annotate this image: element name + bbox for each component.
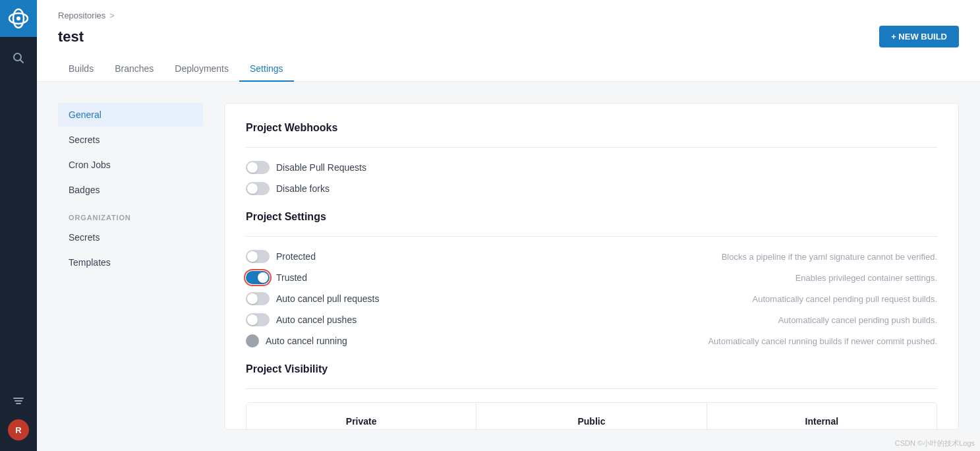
toggle-auto-cancel-pull-inner: Auto cancel pull requests xyxy=(246,292,417,305)
nav-item-org-secrets[interactable]: Secrets xyxy=(58,226,203,249)
toggle-auto-cancel-running-dot xyxy=(246,334,259,347)
new-build-button[interactable]: + NEW BUILD xyxy=(879,26,959,47)
filter-icon xyxy=(13,395,24,407)
nav-item-badges[interactable]: Badges xyxy=(58,178,203,202)
toggle-trusted-inner: Trusted xyxy=(246,271,417,284)
toggle-disable-pull-thumb xyxy=(247,162,258,173)
toggle-protected-row: Protected Blocks a pipeline if the yaml … xyxy=(246,250,937,263)
toggle-auto-cancel-running-desc: Automatically cancel running builds if n… xyxy=(708,336,937,346)
tab-settings[interactable]: Settings xyxy=(239,57,294,82)
toggle-trusted-row: Trusted Enables privileged container set… xyxy=(246,271,937,284)
svg-line-5 xyxy=(20,60,24,63)
toggle-trusted-label: Trusted xyxy=(276,272,307,283)
nav-item-cron-jobs[interactable]: Cron Jobs xyxy=(58,153,203,177)
toggle-protected-desc: Blocks a pipeline if the yaml signature … xyxy=(722,252,937,262)
breadcrumb-repositories-link[interactable]: Repositories xyxy=(58,11,105,20)
toggle-trusted-switch[interactable] xyxy=(246,271,270,284)
toggle-auto-cancel-pushes-row: Auto cancel pushes Automatically cancel … xyxy=(246,313,937,326)
visibility-card-public[interactable]: Public Public repositories are accessibl… xyxy=(476,403,706,430)
tab-builds[interactable]: Builds xyxy=(58,57,104,82)
webhooks-section-title: Project Webhooks xyxy=(246,122,937,134)
visibility-title: Project Visibility xyxy=(246,363,937,375)
main-content: Repositories > test + NEW BUILD Builds B… xyxy=(37,0,980,451)
search-icon xyxy=(13,52,24,64)
search-button[interactable] xyxy=(5,45,32,71)
toggle-trusted-thumb xyxy=(258,272,268,283)
watermark: CSDN ©小叶的技术Logs xyxy=(895,438,975,448)
sidebar-logo[interactable] xyxy=(0,0,37,37)
project-visibility-section: Project Visibility Private Private repos… xyxy=(246,363,937,430)
toggle-disable-forks-track xyxy=(246,182,270,195)
toggle-disable-forks-label: Disable forks xyxy=(276,183,330,194)
tab-deployments[interactable]: Deployments xyxy=(164,57,239,82)
toggle-auto-cancel-running-inner: Auto cancel running xyxy=(246,334,417,347)
nav-item-general[interactable]: General xyxy=(58,103,203,127)
webhooks-divider xyxy=(246,147,937,148)
toggle-auto-cancel-pull-row: Auto cancel pull requests Automatically … xyxy=(246,292,937,305)
toggle-auto-cancel-pushes-switch[interactable] xyxy=(246,313,270,326)
toggle-disable-forks-thumb xyxy=(247,183,258,194)
breadcrumb-separator: > xyxy=(109,11,115,20)
toggle-protected-track xyxy=(246,250,270,263)
project-settings-section: Project Settings Protected Blocks a pipe xyxy=(246,211,937,347)
sidebar: R xyxy=(0,0,37,451)
toggle-auto-cancel-pull-track xyxy=(246,292,270,305)
toggle-disable-pull-track xyxy=(246,161,270,174)
toggle-auto-cancel-pull-thumb xyxy=(247,293,258,304)
toggle-auto-cancel-pushes-desc: Automatically cancel pending push builds… xyxy=(778,315,937,325)
visibility-card-internal[interactable]: Internal Internal repositories are only … xyxy=(707,403,937,430)
visibility-card-private-title: Private xyxy=(262,416,460,427)
toggle-disable-pull-requests: Disable Pull Requests xyxy=(246,161,937,174)
toggle-disable-forks: Disable forks xyxy=(246,182,937,195)
toggle-protected-thumb xyxy=(247,251,258,262)
svg-point-3 xyxy=(16,16,20,20)
tab-branches[interactable]: Branches xyxy=(104,57,164,82)
toggle-protected-switch[interactable] xyxy=(246,250,270,263)
toggle-auto-cancel-running-label: Auto cancel running xyxy=(266,336,347,346)
page-title: test xyxy=(58,28,84,45)
toggle-auto-cancel-pushes-label: Auto cancel pushes xyxy=(276,315,357,325)
toggle-disable-forks-switch[interactable] xyxy=(246,182,270,195)
sidebar-bottom: R xyxy=(5,388,32,451)
app-logo-icon xyxy=(8,8,29,29)
org-section-label: ORGANIZATION xyxy=(58,203,203,226)
visibility-card-private[interactable]: Private Private repositories are only ac… xyxy=(246,403,476,430)
tabs-row: Builds Branches Deployments Settings xyxy=(58,57,959,81)
top-header: Repositories > test + NEW BUILD Builds B… xyxy=(37,0,980,82)
toggle-trusted-desc: Enables privileged container settings. xyxy=(795,273,937,283)
visibility-card-public-title: Public xyxy=(492,416,690,427)
avatar[interactable]: R xyxy=(8,419,29,440)
toggle-auto-cancel-pull-switch[interactable] xyxy=(246,292,270,305)
toggle-auto-cancel-pushes-inner: Auto cancel pushes xyxy=(246,313,417,326)
settings-panel: Project Webhooks Disable Pull Requests xyxy=(224,103,959,430)
toggle-auto-cancel-pushes-thumb xyxy=(247,315,258,325)
nav-item-secrets[interactable]: Secrets xyxy=(58,128,203,152)
settings-nav: General Secrets Cron Jobs Badges ORGANIZ… xyxy=(58,103,203,430)
toggle-protected-label: Protected xyxy=(276,251,316,262)
project-settings-title: Project Settings xyxy=(246,211,937,223)
toggle-disable-pull-label: Disable Pull Requests xyxy=(276,162,366,173)
visibility-card-internal-title: Internal xyxy=(723,416,921,427)
toggle-auto-cancel-pull-desc: Automatically cancel pending pull reques… xyxy=(753,294,937,304)
toggle-disable-pull-inner: Disable Pull Requests xyxy=(246,161,417,174)
toggle-protected-inner: Protected xyxy=(246,250,417,263)
toggle-disable-pull-switch[interactable] xyxy=(246,161,270,174)
breadcrumb: Repositories > xyxy=(58,0,959,20)
nav-item-org-templates[interactable]: Templates xyxy=(58,251,203,274)
toggle-auto-cancel-running-row: Auto cancel running Automatically cancel… xyxy=(246,334,937,347)
visibility-divider xyxy=(246,388,937,389)
toggle-disable-forks-inner: Disable forks xyxy=(246,182,417,195)
toggle-auto-cancel-pull-label: Auto cancel pull requests xyxy=(276,293,379,304)
visibility-cards: Private Private repositories are only ac… xyxy=(246,402,937,430)
page-title-row: test + NEW BUILD xyxy=(58,20,959,57)
project-settings-divider xyxy=(246,236,937,237)
filter-button[interactable] xyxy=(5,388,32,414)
toggle-auto-cancel-pushes-track xyxy=(246,313,270,326)
content-area: General Secrets Cron Jobs Badges ORGANIZ… xyxy=(37,82,980,451)
toggle-trusted-track xyxy=(246,271,270,284)
